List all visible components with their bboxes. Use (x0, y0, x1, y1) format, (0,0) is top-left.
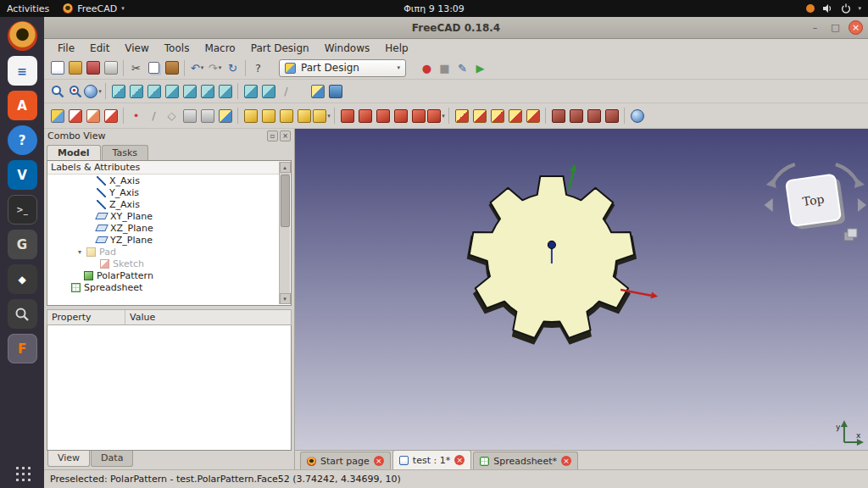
shape-binder-button[interactable] (198, 107, 216, 125)
polar-pattern-button[interactable] (488, 107, 506, 125)
dock-writer-icon[interactable]: ≡ (8, 56, 37, 86)
menu-file[interactable]: File (51, 41, 81, 56)
tree-item-y-axis[interactable]: Y_Axis (47, 186, 291, 198)
tab-data[interactable]: Data (91, 451, 133, 467)
clone-button[interactable] (216, 107, 234, 125)
dock-vscode-icon[interactable]: V (8, 160, 37, 190)
dock-gimp-icon[interactable]: G (8, 230, 37, 259)
tree-item-pad[interactable]: ▾Pad (47, 246, 291, 258)
multitransform-button[interactable] (524, 107, 542, 125)
create-view-button[interactable] (259, 82, 277, 100)
additive-pipe-button[interactable] (295, 107, 313, 125)
scroll-thumb[interactable] (281, 175, 290, 227)
top-view-button[interactable] (145, 82, 163, 100)
doc-tab-test[interactable]: test : 1* × (392, 450, 471, 469)
datum-point-button[interactable]: • (127, 107, 145, 125)
tree-item-yz-plane[interactable]: YZ_Plane (47, 234, 291, 246)
dock-ubuntu-software-icon[interactable]: A (8, 91, 37, 120)
tree-item-x-axis[interactable]: X_Axis (47, 175, 291, 186)
menu-windows[interactable]: Windows (318, 41, 377, 56)
menu-part-design[interactable]: Part Design (244, 41, 316, 56)
linear-pattern-button[interactable] (470, 107, 488, 125)
map-sketch-button[interactable] (102, 107, 120, 125)
doc-tab-start-page[interactable]: Start page × (300, 452, 391, 469)
additive-primitive-button[interactable]: ▾ (313, 107, 331, 125)
paste-button[interactable] (163, 59, 181, 77)
undo-button[interactable]: ↶▾ (188, 59, 206, 77)
menu-view[interactable]: View (118, 41, 155, 56)
menu-edit[interactable]: Edit (83, 41, 116, 56)
macro-play-button[interactable]: ▶ (471, 59, 489, 77)
tree-item-z-axis[interactable]: Z_Axis (47, 198, 291, 210)
subtractive-primitive-button[interactable]: ▾ (427, 107, 445, 125)
tab-tasks[interactable]: Tasks (102, 145, 148, 160)
panel-close-button[interactable]: × (280, 130, 291, 141)
datum-plane-button[interactable]: ◇ (163, 107, 181, 125)
thickness-button[interactable] (603, 107, 620, 125)
refresh-button[interactable]: ↻ (224, 59, 242, 77)
panel-float-button[interactable]: ▫ (267, 130, 278, 141)
workbench-selector[interactable]: Part Design ▾ (279, 59, 406, 77)
open-file-button[interactable] (66, 59, 84, 77)
power-icon[interactable] (841, 3, 851, 14)
create-body-button[interactable] (48, 107, 66, 125)
bottom-view-button[interactable] (198, 82, 216, 100)
menu-tools[interactable]: Tools (158, 41, 197, 56)
pocket-button[interactable] (338, 107, 356, 125)
fit-selection-button[interactable] (66, 82, 84, 100)
origin-point[interactable] (548, 241, 555, 249)
copy-button[interactable] (145, 59, 163, 77)
local-cs-button[interactable] (181, 107, 198, 125)
hole-button[interactable] (356, 107, 374, 125)
macro-stop-button[interactable]: ■ (436, 59, 453, 77)
tab-model[interactable]: Model (47, 145, 101, 160)
rotate-right-arrow[interactable] (836, 164, 858, 183)
cut-button[interactable]: ✂ (127, 59, 145, 77)
close-button[interactable]: × (849, 20, 863, 35)
navigation-cube[interactable]: Top (765, 164, 866, 241)
fillet-button[interactable] (549, 107, 567, 125)
tree-item-sketch[interactable]: Sketch (47, 258, 291, 269)
scroll-down-icon[interactable]: ▾ (280, 293, 291, 304)
edit-sketch-button[interactable] (84, 107, 102, 125)
redo-button[interactable]: ↷▾ (206, 59, 224, 77)
close-tab-icon[interactable]: × (454, 455, 465, 465)
revolution-button[interactable] (259, 107, 277, 125)
scaled-button[interactable] (506, 107, 524, 125)
app-menu[interactable]: FreeCAD ▾ (63, 3, 125, 14)
save-button[interactable] (84, 59, 102, 77)
whats-this-button[interactable]: ? (249, 59, 267, 77)
menu-help[interactable]: Help (378, 41, 415, 56)
tree-item-spreadsheet[interactable]: Spreadsheet (47, 281, 291, 293)
dock-freecad-logo-icon[interactable] (8, 21, 37, 51)
expander-icon[interactable]: ▾ (76, 248, 83, 256)
show-applications-icon[interactable] (14, 465, 31, 481)
axonometric-view-button[interactable] (242, 82, 259, 100)
datum-line-button[interactable]: / (145, 107, 163, 125)
isometric-view-button[interactable] (109, 82, 127, 100)
boolean-button[interactable] (628, 107, 646, 125)
draft-button[interactable] (585, 107, 603, 125)
window-titlebar[interactable]: FreeCAD 0.18.4 – □ × (44, 17, 868, 39)
tree-scrollbar[interactable]: ▴ ▾ (279, 162, 290, 304)
new-file-button[interactable] (48, 59, 66, 77)
rear-view-button[interactable] (181, 82, 198, 100)
mirrored-button[interactable] (453, 107, 470, 125)
pan-right-arrow[interactable] (858, 198, 866, 212)
scroll-up-icon[interactable]: ▴ (280, 162, 291, 173)
close-tab-icon[interactable]: × (561, 456, 571, 466)
create-sketch-button[interactable] (66, 107, 84, 125)
chamfer-button[interactable] (567, 107, 585, 125)
tree-item-xz-plane[interactable]: XZ_Plane (47, 222, 291, 234)
pan-left-arrow[interactable] (765, 198, 773, 212)
measure-distance-button[interactable]: / (277, 82, 295, 100)
draw-style-button[interactable]: ▾ (84, 82, 102, 100)
clock[interactable]: Φιπη 9 13:09 (403, 3, 465, 14)
minimize-button[interactable]: – (808, 20, 822, 35)
macro-record-button[interactable]: ● (418, 59, 436, 77)
additive-loft-button[interactable] (277, 107, 295, 125)
dock-freecad-active-icon[interactable]: F (8, 334, 37, 363)
pad-button[interactable] (242, 107, 259, 125)
front-view-button[interactable] (127, 82, 145, 100)
navcube-mini-cube[interactable] (844, 229, 857, 241)
